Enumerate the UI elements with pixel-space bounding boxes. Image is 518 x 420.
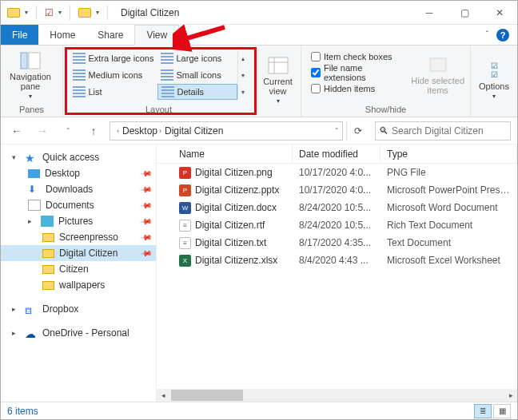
- tree-citizen[interactable]: Citizen: [1, 261, 156, 277]
- hidden-items-checkbox[interactable]: Hidden items: [311, 84, 402, 93]
- qat-checkbox-icon[interactable]: ☑: [45, 7, 54, 18]
- file-name: Digital Citizen.rtf: [195, 220, 265, 231]
- layout-extra-large-icons[interactable]: Extra large icons: [70, 50, 157, 66]
- col-name[interactable]: Name: [173, 145, 293, 163]
- item-check-boxes-checkbox[interactable]: Item check boxes: [311, 52, 402, 61]
- col-date[interactable]: Date modified: [293, 145, 381, 163]
- window-title: Digital Citizen: [118, 7, 179, 18]
- options-button[interactable]: ☑☑ Options▾: [476, 53, 512, 106]
- folder-icon-2: [78, 8, 91, 18]
- file-row[interactable]: PDigital Citizen.png10/17/2020 4:0...PNG…: [157, 164, 517, 181]
- tree-desktop[interactable]: Desktop📌: [1, 165, 156, 181]
- tree-downloads[interactable]: ⬇Downloads📌: [1, 181, 156, 197]
- file-type: Rich Text Document: [381, 220, 517, 231]
- hide-selected-items-button: Hide selected items: [410, 49, 465, 101]
- file-name: Digital Citizenz.pptx: [195, 184, 279, 196]
- file-explorer-window: ▾ ☑ ▾ ▾ Digital Citizen ─ ▢ ✕ File Home …: [0, 0, 518, 420]
- file-list-pane: Name Date modified Type PDigital Citizen…: [157, 145, 517, 402]
- svg-rect-5: [430, 58, 446, 71]
- back-button[interactable]: ←: [7, 121, 26, 141]
- tree-pictures[interactable]: ▸Pictures📌: [1, 213, 156, 229]
- search-box[interactable]: 🔍︎: [375, 121, 511, 141]
- file-rows: PDigital Citizen.png10/17/2020 4:0...PNG…: [157, 164, 517, 389]
- file-date: 10/17/2020 4:0...: [293, 184, 381, 196]
- tree-wallpapers[interactable]: wallpapers: [1, 277, 156, 293]
- status-bar: 6 items ≣ ▦: [1, 402, 517, 419]
- col-type[interactable]: Type: [381, 145, 517, 163]
- tree-quick-access[interactable]: ▾★Quick access: [1, 149, 156, 165]
- layout-details[interactable]: Details: [157, 84, 237, 100]
- qat-dropdown2-icon[interactable]: ▾: [58, 9, 62, 16]
- layout-more[interactable]: ▾: [237, 84, 249, 100]
- file-date: 8/4/2020 4:43 ...: [293, 255, 381, 266]
- breadcrumb-dropdown-icon[interactable]: ˅: [335, 127, 339, 135]
- layout-large-icons[interactable]: Large icons: [157, 50, 237, 66]
- tab-home[interactable]: Home: [38, 25, 86, 45]
- file-name: Digital Citizen.txt: [195, 237, 266, 248]
- layout-list[interactable]: List: [70, 84, 157, 100]
- file-name: Digital Citizen.docx: [195, 202, 277, 213]
- navigation-tree: ▾★Quick access Desktop📌 ⬇Downloads📌 Docu…: [1, 145, 157, 402]
- qat-dropdown-icon[interactable]: ▾: [25, 9, 28, 16]
- main-area: ▾★Quick access Desktop📌 ⬇Downloads📌 Docu…: [1, 145, 517, 402]
- file-icon: ≡: [179, 220, 191, 232]
- file-date: 8/24/2020 10:5...: [293, 202, 381, 213]
- file-row[interactable]: PDigital Citizenz.pptx10/17/2020 4:0...M…: [157, 181, 517, 199]
- file-name: Digital Citizen.png: [195, 167, 273, 178]
- close-button[interactable]: ✕: [482, 2, 517, 24]
- file-type: Microsoft Excel Worksheet: [381, 255, 517, 266]
- file-row[interactable]: ≡Digital Citizen.rtf8/24/2020 10:5...Ric…: [157, 216, 517, 234]
- tab-file[interactable]: File: [1, 25, 38, 45]
- file-type: Microsoft Word Document: [381, 202, 517, 213]
- current-view-button[interactable]: Current view▾: [260, 53, 296, 106]
- search-input[interactable]: [392, 125, 512, 137]
- layout-small-icons[interactable]: Small icons: [157, 67, 237, 83]
- file-date: 10/17/2020 4:0...: [293, 167, 381, 178]
- minimize-button[interactable]: ─: [412, 2, 447, 24]
- search-icon: 🔍︎: [379, 125, 388, 137]
- tree-screenpresso[interactable]: Screenpresso📌: [1, 229, 156, 245]
- layout-scroll-up[interactable]: ▴: [237, 50, 249, 66]
- svg-rect-1: [29, 53, 40, 69]
- file-icon: X: [179, 255, 191, 267]
- file-row[interactable]: ≡Digital Citizen.txt8/17/2020 4:35...Tex…: [157, 234, 517, 252]
- file-type: PNG File: [381, 167, 517, 178]
- file-name: Digital Citizenz.xlsx: [195, 255, 277, 266]
- file-icon: P: [179, 184, 191, 196]
- up-button[interactable]: ↑: [84, 121, 103, 141]
- collapse-ribbon-icon[interactable]: ˆ: [486, 30, 488, 39]
- folder-icon: [7, 8, 20, 18]
- navigation-pane-button[interactable]: Navigation pane▾: [6, 49, 55, 101]
- file-icon: W: [179, 202, 191, 214]
- help-icon[interactable]: ?: [496, 29, 509, 42]
- tab-view[interactable]: View: [134, 25, 179, 46]
- details-view-icon[interactable]: ≣: [474, 404, 492, 418]
- tab-share[interactable]: Share: [86, 25, 134, 45]
- tree-documents[interactable]: Documents📌: [1, 197, 156, 213]
- horizontal-scrollbar[interactable]: ◂▸: [157, 389, 517, 402]
- column-headers: Name Date modified Type: [157, 145, 517, 164]
- ribbon-tabs: File Home Share View ˆ ?: [1, 25, 517, 46]
- svg-rect-2: [269, 57, 288, 73]
- file-name-extensions-checkbox[interactable]: File name extensions: [311, 63, 402, 82]
- file-row[interactable]: XDigital Citizenz.xlsx8/4/2020 4:43 ...M…: [157, 252, 517, 269]
- refresh-button[interactable]: ⟳: [346, 121, 369, 141]
- layout-gallery: Extra large icons Large icons ▴ Medium i…: [69, 50, 249, 101]
- file-row[interactable]: WDigital Citizen.docx8/24/2020 10:5...Mi…: [157, 199, 517, 216]
- panes-group-label: Panes: [1, 105, 62, 117]
- breadcrumb[interactable]: › Desktop › Digital Citizen ˅: [110, 121, 343, 141]
- file-icon: P: [179, 167, 191, 179]
- recent-dropdown[interactable]: ˅: [58, 121, 78, 141]
- tree-onedrive[interactable]: ▸☁OneDrive - Personal: [1, 325, 156, 341]
- layout-scroll-down[interactable]: ▾: [237, 67, 249, 83]
- showhide-group-label: Show/hide: [301, 105, 470, 117]
- qat-dropdown3-icon[interactable]: ▾: [96, 9, 99, 16]
- forward-button: →: [33, 121, 52, 141]
- tree-dropbox[interactable]: ▸⧈Dropbox: [1, 301, 156, 317]
- file-type: Microsoft PowerPoint Presenta...: [381, 184, 517, 196]
- thumbnails-view-icon[interactable]: ▦: [493, 404, 511, 418]
- layout-medium-icons[interactable]: Medium icons: [70, 67, 157, 83]
- crumb-desktop: Desktop ›: [122, 125, 161, 137]
- maximize-button[interactable]: ▢: [447, 2, 482, 24]
- tree-digital-citizen[interactable]: Digital Citizen📌: [1, 245, 156, 261]
